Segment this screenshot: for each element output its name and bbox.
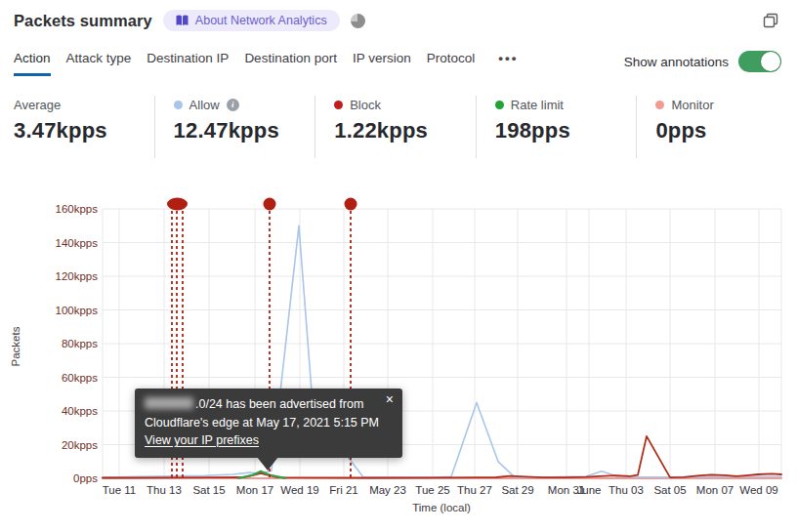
x-tick-label: Wed 09 xyxy=(739,484,777,496)
stat-rate-limit: Rate limit198pps xyxy=(476,96,637,158)
pie-timer-icon[interactable] xyxy=(351,14,365,28)
toggle-knob xyxy=(761,52,780,71)
tab-destination-ip[interactable]: Destination IP xyxy=(147,51,229,76)
tabs-more-button[interactable]: ••• xyxy=(498,51,518,76)
annotation-tooltip: × .0/24 has been advertised from Cloudfl… xyxy=(135,389,402,458)
x-tick-label: Fri 21 xyxy=(329,484,357,496)
tab-ip-version[interactable]: IP version xyxy=(353,51,411,76)
x-tick-label: Sat 15 xyxy=(192,484,225,496)
stat-label: Block xyxy=(350,98,381,112)
stat-monitor: Monitor0pps xyxy=(636,96,797,158)
y-tick-label: 140kpps xyxy=(56,237,99,249)
stat-value: 0pps xyxy=(655,118,797,143)
x-axis-title: Time (local) xyxy=(412,502,471,513)
panel-header: Packets summary About Network Analytics xyxy=(14,10,365,31)
annotation-marker xyxy=(167,198,188,211)
copy-icon[interactable] xyxy=(762,12,779,33)
stat-label: Allow xyxy=(189,98,220,112)
x-tick-label: Mon 17 xyxy=(236,484,273,496)
tooltip-close-icon[interactable]: × xyxy=(386,390,394,409)
y-axis-title: Packets xyxy=(10,326,21,366)
stat-value: 1.22kpps xyxy=(334,118,476,143)
x-tick-label: Mon 07 xyxy=(696,484,734,496)
tooltip-line1: .0/24 has been advertised from xyxy=(145,395,393,414)
info-icon[interactable]: i xyxy=(227,99,239,111)
x-tick-label: Thu 03 xyxy=(608,484,644,496)
stat-label: Rate limit xyxy=(511,98,564,112)
show-annotations-control: Show annotations xyxy=(624,51,781,72)
tab-action[interactable]: Action xyxy=(14,51,51,76)
stats-row: Average3.47kppsAllowi12.47kppsBlock1.22k… xyxy=(14,96,797,158)
packets-line-chart: 160kpps140kpps120kpps100kpps80kpps60kpps… xyxy=(0,185,797,532)
stat-label: Monitor xyxy=(671,98,713,112)
tooltip-arrow xyxy=(257,457,278,471)
view-ip-prefixes-link[interactable]: View your IP prefixes xyxy=(145,433,259,447)
chart-controls-row: ActionAttack typeDestination IPDestinati… xyxy=(14,51,781,76)
tab-attack-type[interactable]: Attack type xyxy=(66,51,132,76)
annotation-marker xyxy=(345,198,357,211)
x-tick-label: Sat 29 xyxy=(501,484,533,496)
page-title: Packets summary xyxy=(14,12,152,30)
legend-dot xyxy=(174,101,183,109)
x-tick-label: June xyxy=(577,484,602,496)
y-tick-label: 100kpps xyxy=(56,305,99,316)
x-tick-label: May 23 xyxy=(369,484,406,496)
x-tick-label: Sat 05 xyxy=(653,484,686,496)
stat-allow: Allowi12.47kpps xyxy=(154,96,315,158)
y-tick-label: 0pps xyxy=(73,472,98,484)
redacted-ip-prefix xyxy=(145,397,193,409)
y-tick-label: 40kpps xyxy=(62,405,98,417)
book-icon xyxy=(176,15,189,26)
y-tick-label: 80kpps xyxy=(62,338,98,349)
legend-dot xyxy=(495,101,504,109)
chart-area: 160kpps140kpps120kpps100kpps80kpps60kpps… xyxy=(0,185,797,532)
y-tick-label: 160kpps xyxy=(56,203,99,215)
stat-value: 12.47kpps xyxy=(174,118,315,143)
x-tick-label: Tue 11 xyxy=(103,484,137,496)
x-tick-label: Thu 27 xyxy=(457,484,492,496)
network-analytics-panel: Packets summary About Network Analytics … xyxy=(0,0,797,532)
stat-average: Average3.47kpps xyxy=(14,96,154,158)
tab-protocol[interactable]: Protocol xyxy=(427,51,476,76)
y-tick-label: 20kpps xyxy=(62,439,98,451)
show-annotations-label: Show annotations xyxy=(624,55,729,69)
stat-label: Average xyxy=(14,98,61,112)
y-tick-label: 60kpps xyxy=(62,372,98,384)
annotation-marker xyxy=(264,198,276,211)
show-annotations-toggle[interactable] xyxy=(738,51,781,72)
stat-value: 198pps xyxy=(495,118,637,143)
stat-value: 3.47kpps xyxy=(14,118,154,143)
legend-dot xyxy=(655,101,664,109)
badge-label: About Network Analytics xyxy=(195,14,327,27)
tooltip-line2: Cloudflare's edge at May 17, 2021 5:15 P… xyxy=(145,414,393,432)
x-tick-label: Tue 25 xyxy=(415,484,449,496)
x-tick-label: Thu 13 xyxy=(147,484,182,496)
about-network-analytics-badge[interactable]: About Network Analytics xyxy=(163,10,340,31)
stat-block: Block1.22kpps xyxy=(315,96,476,158)
chart-tabs: ActionAttack typeDestination IPDestinati… xyxy=(14,51,518,76)
tab-destination-port[interactable]: Destination port xyxy=(244,51,337,76)
x-tick-label: Wed 19 xyxy=(280,484,318,496)
legend-dot xyxy=(334,101,343,109)
y-tick-label: 120kpps xyxy=(56,270,99,282)
